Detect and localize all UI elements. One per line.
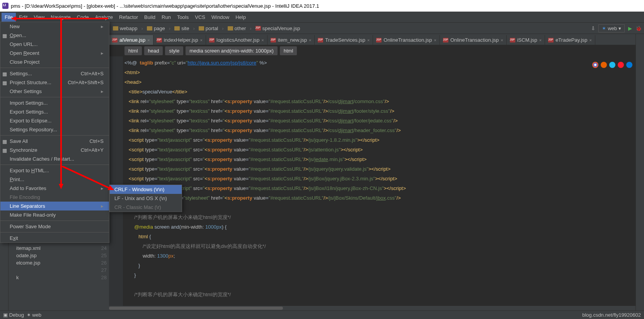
safari-icon[interactable] (609, 62, 615, 68)
file-menu-item[interactable]: Other Settings▸ (0, 87, 109, 96)
scrollbar-thumb[interactable] (109, 307, 283, 310)
file-menu-item[interactable]: Import Settings... (0, 98, 109, 107)
menu-vcs[interactable]: VCS (192, 13, 208, 22)
file-menu-item[interactable]: Settings Repository... (0, 125, 109, 134)
file-menu-item[interactable]: ▦Open... (0, 31, 109, 40)
file-menu-item[interactable]: Line Separators▸ (0, 202, 109, 210)
jsp-file-icon (318, 38, 323, 42)
menu-window[interactable]: Window (208, 13, 232, 22)
crumb-webapp[interactable]: webapp (111, 25, 140, 32)
browser-preview-icons (592, 62, 632, 68)
close-icon[interactable]: × (501, 38, 503, 42)
tab-specialvenue[interactable]: alVenue.jsp× (109, 35, 153, 45)
editor-gutter (109, 56, 123, 311)
file-menu-item[interactable]: ▦Settings...Ctrl+Alt+S (0, 69, 109, 78)
crumb-chip[interactable]: style (165, 46, 183, 55)
crumb-chip[interactable]: html (280, 46, 297, 55)
run-config-status[interactable]: ✶ web (27, 312, 41, 318)
gear-icon: ✶ (602, 25, 606, 31)
code-editor[interactable]: <%@ taglib prefix="c" uri="http://java.s… (109, 56, 635, 311)
close-icon[interactable]: × (147, 38, 150, 42)
tab-onlinetx2[interactable]: OnlineTransaction.jsp× (440, 35, 507, 45)
crumb-page[interactable]: page (145, 25, 167, 32)
close-icon[interactable]: × (200, 38, 203, 42)
run-icon[interactable]: ▶ (627, 25, 633, 31)
close-icon[interactable]: × (367, 38, 370, 42)
structure-breadcrumb: html head style media screen and(min-wid… (109, 45, 635, 56)
build-icon[interactable]: ⇩ (590, 25, 596, 31)
tab-indexhelper[interactable]: indexHelper.jsp× (153, 35, 206, 45)
file-menu-item[interactable]: Export to HTML... (0, 166, 109, 175)
file-menu-item[interactable]: New▸ (0, 22, 109, 31)
file-menu-item[interactable]: Close Project (0, 58, 109, 66)
project-item[interactable]: itemap.xml24 (9, 244, 109, 252)
edge-icon[interactable] (626, 62, 632, 68)
project-item[interactable]: elcome.jsp26 (9, 259, 109, 266)
tab-tradeservices[interactable]: TradeServices.jsp× (315, 35, 373, 45)
close-icon[interactable]: × (261, 38, 264, 42)
tab-onlinetx1[interactable]: OnlineTransaction.jsp× (373, 35, 440, 45)
menu-edit[interactable]: Edit (16, 13, 31, 22)
menu-run[interactable]: Run (158, 13, 174, 22)
crumb-chip[interactable]: head (144, 46, 163, 55)
opera-icon[interactable] (618, 62, 624, 68)
chrome-icon[interactable] (592, 62, 598, 68)
file-menu-item[interactable]: ▦Project Structure...Ctrl+Alt+Shift+S (0, 78, 109, 87)
window-titlebar: pms - [D:\IdearWorkSpace\pms] - [globex-… (0, 0, 644, 12)
crumb-portal[interactable]: portal (196, 25, 221, 32)
run-config-selector[interactable]: ✶web ▾ (598, 24, 625, 32)
file-menu-item[interactable]: Open Recent▸ (0, 49, 109, 58)
submenu-item[interactable]: LF - Unix and OS X (\n) (110, 194, 182, 203)
menu-file[interactable]: File (2, 13, 16, 22)
menu-tools[interactable]: Tools (174, 13, 192, 22)
debug-icon[interactable]: 🐞 (635, 25, 642, 31)
project-item[interactable]: k28 (9, 274, 109, 281)
file-menu-item[interactable]: Make File Read-only (0, 210, 109, 219)
menu-analyze[interactable]: Analyze (92, 13, 116, 22)
file-menu-item[interactable]: Power Save Mode (0, 222, 109, 231)
close-icon[interactable]: × (589, 38, 592, 42)
project-item[interactable]: 27 (9, 266, 109, 274)
close-icon[interactable]: × (434, 38, 436, 42)
file-menu-item[interactable]: Export to Eclipse... (0, 116, 109, 125)
close-icon[interactable]: × (539, 38, 542, 42)
editor-tabs: alVenue.jsp× indexHelper.jsp× logisticsA… (109, 34, 635, 45)
tab-etradepay[interactable]: eTradePay.jsp× (545, 35, 595, 45)
file-menu-item[interactable]: Invalidate Caches / Restart... (0, 154, 109, 163)
crumb-chip[interactable]: media screen and(min-width: 1000px) (186, 46, 278, 55)
tab-iscm[interactable]: iSCM.jsp× (507, 35, 545, 45)
menu-refactor[interactable]: Refactor (116, 13, 141, 22)
window-title: pms - [D:\IdearWorkSpace\pms] - [globex-… (11, 3, 319, 9)
menu-build[interactable]: Build (141, 13, 158, 22)
menu-code[interactable]: Code (74, 13, 92, 22)
file-menu-item[interactable]: Exit (0, 234, 109, 243)
crumb-chip[interactable]: html (124, 46, 142, 55)
file-menu-item[interactable]: ▦SynchronizeCtrl+Alt+Y (0, 146, 109, 154)
jsp-file-icon (112, 38, 118, 42)
menu-view[interactable]: View (31, 13, 48, 22)
file-menu-item[interactable]: Open URL... (0, 40, 109, 49)
horizontal-scrollbar[interactable] (109, 306, 635, 311)
menu-navigate[interactable]: Navigate (48, 13, 73, 22)
folder-icon (199, 26, 204, 31)
file-menu-item[interactable]: Add to Favorites▸ (0, 184, 109, 193)
menu-help[interactable]: Help (232, 13, 249, 22)
close-icon[interactable]: × (309, 38, 311, 42)
crumb-other[interactable]: other (225, 25, 249, 32)
jsp-file-icon (256, 26, 261, 31)
file-menu-item[interactable]: ▦Save AllCtrl+S (0, 137, 109, 146)
tab-itemnew[interactable]: item_new.jsp× (267, 35, 315, 45)
crumb-file[interactable]: specialVenue.jsp (253, 25, 303, 32)
file-menu-item[interactable]: Print... (0, 175, 109, 184)
project-item[interactable]: odate.jsp25 (9, 252, 109, 259)
submenu-item: CR - Classic Mac (\r) (110, 203, 182, 212)
intellij-logo-icon (2, 3, 9, 9)
editor-area: alVenue.jsp× indexHelper.jsp× logisticsA… (109, 34, 635, 311)
file-menu-item[interactable]: Export Settings... (0, 107, 109, 116)
submenu-item[interactable]: CRLF - Windows (\r\n) (110, 185, 182, 194)
file-menu-item: File Encoding (0, 193, 109, 202)
debug-button[interactable]: ▣ Debug (3, 312, 24, 318)
tab-logistics[interactable]: logisticsAnother.jsp× (206, 35, 267, 45)
firefox-icon[interactable] (601, 62, 607, 68)
crumb-site[interactable]: site (172, 25, 191, 32)
